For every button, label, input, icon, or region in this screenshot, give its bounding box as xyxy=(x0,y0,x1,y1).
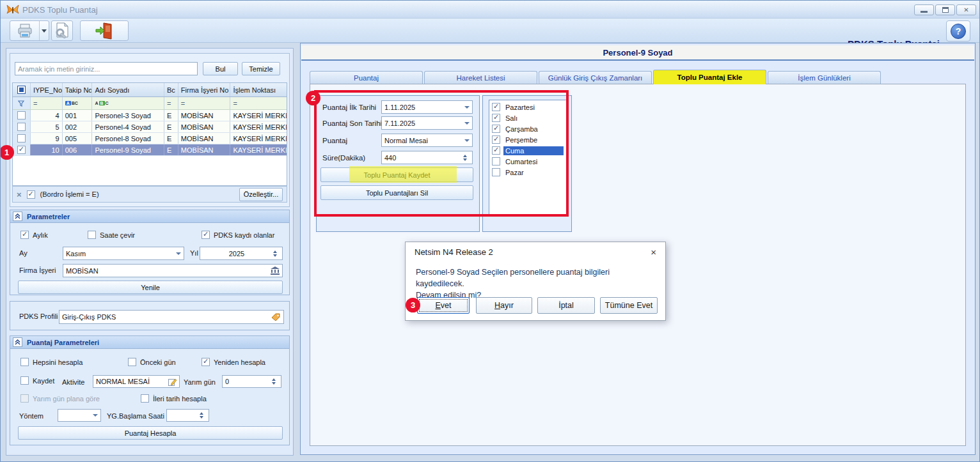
yes-to-all-button[interactable]: Tümüne Evet xyxy=(600,297,658,314)
timesheet-parameters-header: Puantaj Parametreleri xyxy=(10,336,289,349)
activity-label: Aktivite xyxy=(62,378,84,386)
day-item-persembe[interactable]: Perşembe xyxy=(489,134,566,145)
dialog-titlebar: Netsim N4 Release 2 × xyxy=(406,242,665,261)
day-item-carsamba[interactable]: Çarşamba xyxy=(489,123,566,134)
half-day-label: Yarım gün xyxy=(184,378,216,386)
pdks-profile-input[interactable]: Giriş-Çıkış PDKS xyxy=(59,310,284,324)
dropdown-arrow-icon xyxy=(176,252,181,255)
select-all-header[interactable] xyxy=(13,83,31,96)
day-item-pazartesi[interactable]: Pazartesi xyxy=(489,102,566,112)
bank-icon[interactable] xyxy=(271,266,280,275)
previous-day-checkbox[interactable]: Önceki gün xyxy=(128,358,176,366)
refresh-button[interactable]: Yenile xyxy=(18,281,283,294)
filter-takip[interactable]: ABC xyxy=(63,97,93,109)
dropdown-arrow-icon xyxy=(93,414,98,417)
filter-firma[interactable]: = xyxy=(178,97,231,109)
method-dropdown[interactable] xyxy=(58,409,101,422)
column-header-firma[interactable]: Firma İşyeri No xyxy=(178,83,231,96)
tab-gunluk-giris-cikis[interactable]: Günlük Giriş Çıkış Zamanları xyxy=(539,71,652,84)
filter-bc[interactable]: = xyxy=(164,97,178,109)
calc-all-checkbox[interactable]: Hepsini hesapla xyxy=(20,358,83,366)
tab-toplu-puantaj-ekle[interactable]: Toplu Puantaj Ekle xyxy=(653,70,766,84)
customize-filter-button[interactable]: Özelleştir... xyxy=(239,188,283,201)
tab-hareket-listesi[interactable]: Hareket Listesi xyxy=(424,71,537,84)
exit-button[interactable] xyxy=(80,20,129,41)
future-date-checkbox[interactable]: İleri tarih hesapla xyxy=(141,394,207,403)
spinner-arrows-icon[interactable] xyxy=(197,412,206,419)
day-item-cuma[interactable]: Cuma xyxy=(489,145,566,156)
spinner-arrows-icon[interactable] xyxy=(271,250,280,257)
print-split-button[interactable] xyxy=(10,20,49,41)
last-date-dropdown[interactable]: 7.11.2025 xyxy=(381,116,473,130)
filter-iype[interactable]: = xyxy=(31,97,63,109)
calculate-button[interactable]: Puantaj Hesapla xyxy=(18,426,283,440)
toolbar: PDKS Toplu Puantaj ? xyxy=(1,19,980,43)
column-header-islem[interactable]: İşlem Noktası xyxy=(230,83,287,96)
pdks-records-checkbox[interactable]: PDKS kaydı olanlar xyxy=(202,231,274,239)
column-header-iype[interactable]: IYPE_No xyxy=(31,83,63,96)
tab-islem-gunlukleri[interactable]: İşlem Günlükleri xyxy=(768,71,881,84)
spinner-arrows-icon[interactable] xyxy=(461,155,470,161)
filter-adi[interactable]: ABC xyxy=(92,97,164,109)
clear-search-button[interactable]: Temizle xyxy=(242,62,280,75)
timesheet-type-dropdown[interactable]: Normal Mesai xyxy=(381,134,473,147)
day-item-sali[interactable]: Salı xyxy=(489,112,566,123)
tab-puantaj[interactable]: Puantaj xyxy=(310,71,423,84)
filter-row-funnel[interactable] xyxy=(13,97,31,109)
print-dropdown-arrow[interactable] xyxy=(39,21,49,40)
day-item-pazar[interactable]: Pazar xyxy=(489,167,566,178)
row-checkbox[interactable] xyxy=(17,146,26,154)
table-row-selected[interactable]: 10 006 Personel-9 Soyad E MOBİSAN KAYSER… xyxy=(13,144,287,156)
column-header-takip[interactable]: Takip No xyxy=(63,83,93,96)
minimize-button[interactable] xyxy=(914,4,934,15)
filter-islem[interactable]: = xyxy=(230,97,287,109)
maximize-button[interactable] xyxy=(935,4,955,15)
dialog-title: Netsim N4 Release 2 xyxy=(415,247,493,257)
row-checkbox[interactable] xyxy=(17,111,26,119)
duration-spinner[interactable]: 440 xyxy=(381,151,473,164)
convert-hours-checkbox[interactable]: Saate çevir xyxy=(88,231,135,239)
close-button[interactable]: ✕ xyxy=(956,4,976,15)
column-header-adi[interactable]: Adı Soyadı xyxy=(92,83,164,96)
filter-enabled-checkbox[interactable] xyxy=(27,190,35,199)
company-input[interactable]: MOBİSAN xyxy=(63,264,283,277)
yes-button[interactable]: Evet xyxy=(417,297,470,314)
clear-filter-icon[interactable]: × xyxy=(17,190,22,199)
print-settings-button[interactable] xyxy=(51,20,73,41)
edit-pencil-icon[interactable] xyxy=(168,378,177,386)
spinner-arrows-icon[interactable] xyxy=(269,378,278,385)
collapse-icon[interactable] xyxy=(13,337,22,347)
timesheet-type-label: Puantaj xyxy=(322,137,347,144)
collapse-icon[interactable] xyxy=(13,212,22,221)
company-label: Firma İşyeri xyxy=(19,266,56,274)
dialog-close-icon[interactable]: × xyxy=(651,247,656,258)
help-button[interactable]: ? xyxy=(946,20,970,42)
search-input[interactable]: Aramak için metin giriniz... xyxy=(15,62,198,75)
recalculate-checkbox[interactable]: Yeniden hesapla xyxy=(202,358,265,366)
no-button[interactable]: Hayır xyxy=(476,297,532,314)
row-checkbox[interactable] xyxy=(17,123,26,131)
abc-filter-icon-green: ABC xyxy=(95,101,108,105)
find-button[interactable]: Bul xyxy=(203,62,238,75)
day-item-cumartesi[interactable]: Cumartesi xyxy=(489,156,566,167)
table-row[interactable]: 4 001 Personel-3 Soyad E MOBİSAN KAYSERİ… xyxy=(13,110,287,121)
bulk-delete-button[interactable]: Toplu Puantajları Sil xyxy=(320,185,473,200)
close-icon: ✕ xyxy=(963,6,968,13)
month-dropdown[interactable]: Kasım xyxy=(63,247,184,260)
annotation-badge-3: 3 xyxy=(406,298,420,312)
bulk-save-button[interactable]: Toplu Puantaj Kaydet xyxy=(320,167,473,182)
first-date-dropdown[interactable]: 1.11.2025 xyxy=(381,100,473,114)
table-row[interactable]: 5 002 Personel-4 Soyad E MOBİSAN KAYSERİ… xyxy=(13,121,287,133)
tag-icon[interactable] xyxy=(271,313,281,321)
activity-input[interactable]: NORMAL MESAİ xyxy=(93,375,180,388)
save-checkbox[interactable]: Kaydet xyxy=(20,376,54,385)
half-day-spinner[interactable]: 0 xyxy=(222,375,281,388)
column-header-bc[interactable]: Bc xyxy=(164,83,178,96)
row-checkbox[interactable] xyxy=(17,134,26,142)
maximize-icon xyxy=(942,7,949,13)
table-row[interactable]: 9 005 Personel-8 Soyad E MOBİSAN KAYSERİ… xyxy=(13,133,287,144)
year-spinner[interactable]: 2025 xyxy=(200,247,283,260)
start-time-spinner[interactable] xyxy=(166,409,209,422)
monthly-checkbox[interactable]: Aylık xyxy=(20,231,48,239)
cancel-button[interactable]: İptal xyxy=(537,297,595,314)
